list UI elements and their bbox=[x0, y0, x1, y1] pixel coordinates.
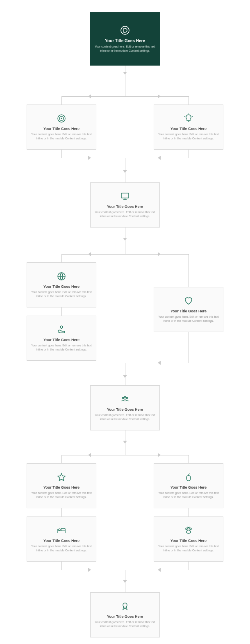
arrow-left bbox=[158, 156, 161, 160]
node-6b: Your Title Goes Here Your content goes h… bbox=[154, 463, 223, 508]
svg-point-10 bbox=[186, 528, 187, 530]
node-6a2: Your Title Goes Here Your content goes h… bbox=[27, 517, 96, 562]
node-3: Your Title Goes Here Your content goes h… bbox=[90, 182, 160, 228]
connector bbox=[189, 150, 189, 158]
node-4b: Your Title Goes Here Your content goes h… bbox=[154, 287, 223, 332]
node-content: Your content goes here. Edit or remove t… bbox=[31, 344, 92, 352]
node-4a: Your Title Goes Here Your content goes h… bbox=[27, 262, 96, 307]
node-7: Your Title Goes Here Your content goes h… bbox=[90, 592, 160, 637]
node-content: Your content goes here. Edit or remove t… bbox=[95, 413, 155, 421]
connector bbox=[61, 150, 62, 158]
connector bbox=[125, 363, 189, 363]
svg-point-1 bbox=[58, 115, 65, 122]
paw-icon bbox=[184, 526, 193, 535]
connector bbox=[189, 455, 189, 463]
svg-point-11 bbox=[190, 528, 191, 530]
node-content: Your content goes here. Edit or remove t… bbox=[158, 315, 219, 323]
arrow-down bbox=[123, 441, 127, 444]
star-icon bbox=[57, 472, 66, 482]
svg-point-3 bbox=[61, 118, 62, 119]
arrow-left bbox=[88, 252, 91, 256]
svg-point-6 bbox=[122, 397, 124, 399]
heart-icon bbox=[184, 296, 193, 306]
svg-point-12 bbox=[187, 527, 189, 528]
ribbon-icon bbox=[120, 601, 130, 611]
node-5: Your Title Goes Here Your content goes h… bbox=[90, 385, 160, 430]
node-content: Your content goes here. Edit or remove t… bbox=[158, 491, 219, 499]
lightbulb-icon bbox=[184, 114, 193, 123]
node-title: Your Title Goes Here bbox=[107, 407, 143, 412]
svg-rect-4 bbox=[121, 193, 129, 198]
arrow-right bbox=[158, 453, 161, 457]
connector bbox=[189, 508, 189, 517]
node-6b2: Your Title Goes Here Your content goes h… bbox=[154, 517, 223, 562]
bed-icon bbox=[57, 526, 66, 535]
node-content: Your content goes here. Edit or remove t… bbox=[31, 491, 92, 499]
node-title: Your Title Goes Here bbox=[43, 127, 80, 131]
arrow-left bbox=[158, 568, 161, 572]
connector bbox=[61, 455, 62, 463]
arrow-right bbox=[88, 156, 91, 160]
node-title: Your Title Goes Here bbox=[170, 485, 207, 489]
svg-point-2 bbox=[59, 116, 64, 121]
arrow-right bbox=[158, 252, 161, 256]
apple-icon bbox=[184, 472, 193, 482]
connector bbox=[125, 363, 125, 385]
node-title: Your Title Goes Here bbox=[170, 309, 207, 313]
arrow-down bbox=[123, 375, 127, 378]
node-title: Your Title Goes Here bbox=[170, 127, 207, 131]
node-title: Your Title Goes Here bbox=[43, 338, 80, 342]
svg-point-7 bbox=[124, 396, 126, 398]
node-content: Your content goes here. Edit or remove t… bbox=[158, 132, 219, 141]
node-content: Your content goes here. Edit or remove t… bbox=[95, 620, 155, 628]
node-2b: Your Title Goes Here Your content goes h… bbox=[154, 105, 223, 150]
connector bbox=[61, 96, 189, 97]
connector bbox=[61, 254, 189, 255]
arrow-left bbox=[158, 361, 161, 365]
hand-heart-icon bbox=[57, 325, 66, 335]
connector bbox=[189, 332, 189, 363]
svg-point-8 bbox=[126, 397, 128, 399]
svg-point-9 bbox=[59, 529, 60, 530]
connector bbox=[61, 508, 62, 517]
node-content: Your content goes here. Edit or remove t… bbox=[31, 544, 92, 553]
arrow-left bbox=[88, 453, 91, 457]
node-title: Your Title Goes Here bbox=[43, 485, 80, 489]
connector bbox=[125, 82, 125, 96]
connector bbox=[61, 96, 62, 105]
flowchart-canvas: Your Title Goes Here Your content goes h… bbox=[0, 0, 250, 644]
node-content: Your content goes here. Edit or remove t… bbox=[95, 210, 155, 218]
node-title: Your Title Goes Here bbox=[105, 39, 145, 43]
node-title: Your Title Goes Here bbox=[170, 539, 207, 543]
node-4a2: Your Title Goes Here Your content goes h… bbox=[27, 316, 96, 361]
people-icon bbox=[120, 394, 130, 404]
node-title: Your Title Goes Here bbox=[43, 284, 80, 289]
monitor-icon bbox=[120, 191, 130, 201]
arrow-down bbox=[123, 580, 127, 583]
node-title: Your Title Goes Here bbox=[107, 205, 143, 209]
connector bbox=[189, 96, 189, 105]
svg-point-0 bbox=[121, 26, 129, 34]
node-6a: Your Title Goes Here Your content goes h… bbox=[27, 463, 96, 508]
arrow-down bbox=[123, 238, 127, 241]
node-title: Your Title Goes Here bbox=[43, 539, 80, 543]
arrow-right bbox=[158, 94, 161, 98]
svg-point-14 bbox=[123, 603, 127, 607]
node-2a: Your Title Goes Here Your content goes h… bbox=[27, 105, 96, 150]
connector bbox=[61, 562, 62, 570]
node-title: Your Title Goes Here bbox=[107, 614, 143, 619]
node-content: Your content goes here. Edit or remove t… bbox=[95, 45, 155, 53]
arrow-down bbox=[123, 170, 127, 173]
arrow-right bbox=[88, 568, 91, 572]
node-content: Your content goes here. Edit or remove t… bbox=[31, 132, 92, 141]
node-content: Your content goes here. Edit or remove t… bbox=[31, 290, 92, 298]
connector bbox=[125, 228, 125, 254]
connector bbox=[61, 254, 62, 262]
connector bbox=[61, 307, 62, 316]
divi-logo-icon bbox=[120, 25, 130, 35]
globe-icon bbox=[57, 271, 66, 281]
svg-point-13 bbox=[189, 527, 190, 528]
connector bbox=[189, 562, 189, 570]
connector bbox=[61, 455, 189, 455]
arrow-down bbox=[123, 72, 127, 75]
